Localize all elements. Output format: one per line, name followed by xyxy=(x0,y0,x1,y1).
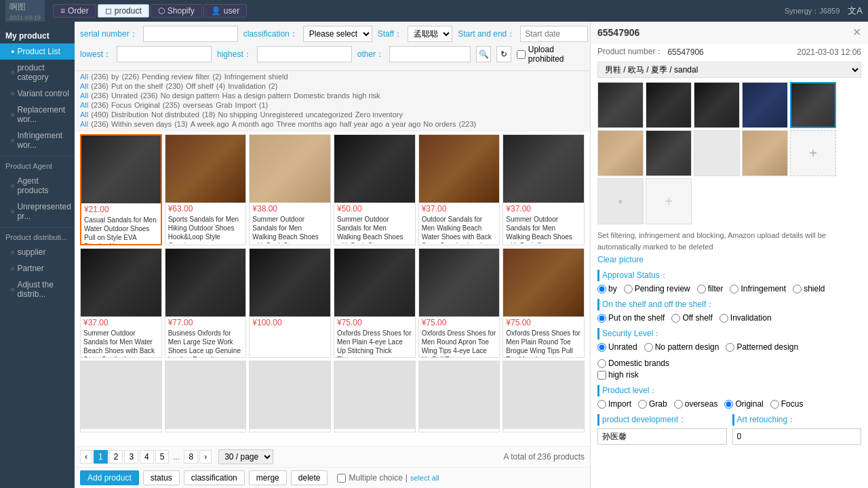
product-card[interactable]: ¥75.00 Oxfords Dress Shoes for Men Round… xyxy=(418,248,500,358)
sidebar-item-infringement[interactable]: Infringement wor... xyxy=(0,127,75,153)
tag-zero-inventory[interactable]: Zero inventory xyxy=(355,110,403,119)
tag-all-5[interactable]: All xyxy=(80,110,88,119)
prev-page-button[interactable]: ‹ xyxy=(80,450,92,464)
tag-infringement[interactable]: Infringement xyxy=(224,73,266,81)
tag-all-1[interactable]: All xyxy=(80,73,88,81)
tag-three-months[interactable]: Three months ago xyxy=(276,120,336,128)
tag-half-year[interactable]: half year ago xyxy=(340,120,383,128)
sidebar-item-supplier[interactable]: supplier xyxy=(0,244,75,260)
product-card[interactable] xyxy=(502,361,585,432)
product-dev-input[interactable] xyxy=(597,428,727,445)
nav-product[interactable]: ◻ product xyxy=(98,4,149,18)
approval-filter[interactable]: filter xyxy=(697,284,724,293)
approval-pending[interactable]: Pending review xyxy=(624,284,690,293)
security-domestic[interactable]: Domestic brands xyxy=(597,359,669,368)
security-no-pattern[interactable]: No pattern design xyxy=(644,342,719,352)
panel-image-6[interactable] xyxy=(597,130,644,176)
sidebar-item-product-category[interactable]: product category xyxy=(0,60,75,85)
product-card[interactable]: ¥63.00 Sports Sandals for Men Hiking Out… xyxy=(165,134,247,245)
panel-image-7[interactable] xyxy=(646,130,692,176)
page-5-button[interactable]: 5 xyxy=(155,450,170,464)
clear-picture-link[interactable]: Clear picture xyxy=(591,255,868,267)
product-card[interactable]: ¥100.00 xyxy=(249,248,331,358)
tag-month-ago[interactable]: A month ago xyxy=(232,120,274,128)
art-retouching-input[interactable] xyxy=(732,428,862,445)
sidebar-item-adjust-distrib[interactable]: Adjust the distrib... xyxy=(0,277,75,302)
tag-has-design[interactable]: Has a design pattern xyxy=(222,92,292,100)
tag-high-risk[interactable]: high risk xyxy=(353,92,380,100)
nav-order[interactable]: ≡ Order xyxy=(53,4,96,18)
panel-image-2[interactable] xyxy=(646,82,692,128)
language-switch[interactable]: 文A xyxy=(848,5,863,17)
tag-pending-review[interactable]: Pending review xyxy=(142,73,193,81)
panel-image-5[interactable] xyxy=(790,82,836,128)
tag-filter[interactable]: filter xyxy=(195,73,210,81)
security-unrated[interactable]: Unrated xyxy=(597,342,637,352)
add-product-button[interactable]: Add product xyxy=(80,470,139,485)
product-card[interactable]: ¥50.00 Summer Outdoor Sandals for Men Wa… xyxy=(334,134,416,245)
tag-unregistered[interactable]: Unregistered xyxy=(260,110,303,119)
tag-unrated[interactable]: Unrated xyxy=(111,92,138,100)
refresh-button[interactable]: ↻ xyxy=(496,46,511,62)
page-1-button[interactable]: 1 xyxy=(94,450,108,464)
high-risk-checkbox[interactable]: high risk xyxy=(597,370,861,380)
panel-image-1[interactable] xyxy=(597,82,644,128)
tag-overseas[interactable]: overseas xyxy=(182,101,213,109)
panel-image-add[interactable]: + xyxy=(790,130,836,176)
tag-invalidation[interactable]: Invalidation xyxy=(228,82,266,90)
approval-by[interactable]: by xyxy=(597,284,617,293)
product-card[interactable] xyxy=(418,361,500,432)
panel-image-4[interactable] xyxy=(742,82,788,128)
serial-input[interactable] xyxy=(143,26,238,42)
product-card[interactable] xyxy=(165,361,247,432)
page-2-button[interactable]: 2 xyxy=(109,450,123,464)
panel-image-table[interactable]: ≡ xyxy=(597,178,644,224)
tag-no-orders[interactable]: No orders xyxy=(423,120,456,128)
tag-seven-days[interactable]: Within seven days xyxy=(111,120,172,128)
product-card[interactable] xyxy=(249,361,331,432)
sidebar-item-partner[interactable]: Partner xyxy=(0,260,75,277)
page-8-button[interactable]: 8 xyxy=(184,450,198,464)
product-card[interactable]: ¥37.00 Summer Outdoor Sandals for Men Wa… xyxy=(80,248,162,358)
classification-button[interactable]: classification xyxy=(184,470,245,485)
tag-all-4[interactable]: All xyxy=(80,101,88,109)
tag-no-shipping[interactable]: No shipping xyxy=(218,110,257,119)
tag-year-ago[interactable]: a year ago xyxy=(385,120,420,128)
start-date-input[interactable] xyxy=(520,26,588,42)
classification-select[interactable]: Please select xyxy=(303,26,372,42)
page-3-button[interactable]: 3 xyxy=(124,450,138,464)
panel-close-button[interactable]: ✕ xyxy=(852,26,861,39)
tag-put-on-shelf[interactable]: Put on the shelf xyxy=(111,82,163,90)
tag-shield[interactable]: shield xyxy=(269,73,288,81)
approval-infringement[interactable]: Infringement xyxy=(730,284,786,293)
tag-import[interactable]: Import xyxy=(235,101,256,109)
multiple-choice-checkbox[interactable] xyxy=(337,474,346,483)
tag-focus[interactable]: Focus xyxy=(111,101,132,109)
other-input[interactable] xyxy=(389,46,471,62)
status-button[interactable]: status xyxy=(143,470,180,485)
tag-uncategorized[interactable]: uncategorized xyxy=(306,110,353,119)
sidebar-item-product-list[interactable]: Product List xyxy=(0,43,75,60)
security-patterned[interactable]: Patterned design xyxy=(726,342,798,352)
product-card[interactable] xyxy=(80,361,162,432)
level-overseas[interactable]: overseas xyxy=(674,399,718,409)
tag-no-design[interactable]: No design pattern xyxy=(161,92,220,100)
tag-all-2[interactable]: All xyxy=(80,82,88,90)
highest-input[interactable] xyxy=(257,46,352,62)
delete-button[interactable]: delete xyxy=(291,470,328,485)
tag-grab[interactable]: Grab xyxy=(216,101,232,109)
tag-domestic-brands[interactable]: Domestic brands xyxy=(294,92,350,100)
tag-all-3[interactable]: All xyxy=(80,92,88,100)
sidebar-item-variant-control[interactable]: Variant control xyxy=(0,85,75,102)
page-4-button[interactable]: 4 xyxy=(140,450,154,464)
shelf-off[interactable]: Off shelf xyxy=(671,313,712,323)
level-import[interactable]: Import xyxy=(597,399,631,409)
nav-shopify[interactable]: ⬡ Shopify xyxy=(151,4,202,18)
tag-off-shelf[interactable]: Off shelf xyxy=(186,82,214,90)
category-select[interactable]: 男鞋 / 欧马 / 夏季 / sandal xyxy=(597,62,861,78)
tag-week-ago[interactable]: A week ago xyxy=(191,120,229,128)
search-button[interactable]: 🔍 xyxy=(476,46,491,62)
product-card[interactable]: ¥75.00 Oxfords Dress Shoes for Men Plain… xyxy=(502,248,585,358)
panel-image-3[interactable] xyxy=(694,82,740,128)
upload-prohibited-checkbox[interactable] xyxy=(517,50,526,59)
